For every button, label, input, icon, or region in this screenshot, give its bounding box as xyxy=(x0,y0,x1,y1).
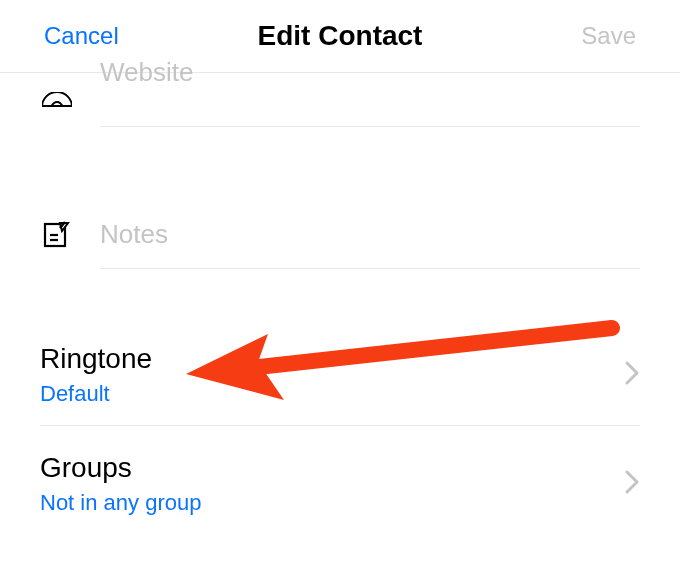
content-area: Website Notes Ringtone Default xyxy=(0,69,680,534)
chevron-right-icon xyxy=(624,469,640,499)
notes-placeholder: Notes xyxy=(100,219,168,249)
groups-label: Groups xyxy=(40,452,201,484)
notes-field-row[interactable]: Notes xyxy=(40,193,640,277)
notes-icon xyxy=(40,221,100,249)
save-button[interactable]: Save xyxy=(581,22,636,50)
cancel-button[interactable]: Cancel xyxy=(44,22,119,50)
ringtone-label: Ringtone xyxy=(40,343,152,375)
website-placeholder: Website xyxy=(100,57,193,87)
page-title: Edit Contact xyxy=(258,20,423,52)
ringtone-row[interactable]: Ringtone Default xyxy=(40,317,640,426)
website-field-row[interactable]: Website xyxy=(40,69,640,135)
globe-icon xyxy=(40,92,100,107)
groups-value: Not in any group xyxy=(40,490,201,516)
groups-row[interactable]: Groups Not in any group xyxy=(40,426,640,534)
ringtone-value: Default xyxy=(40,381,152,407)
chevron-right-icon xyxy=(624,360,640,390)
